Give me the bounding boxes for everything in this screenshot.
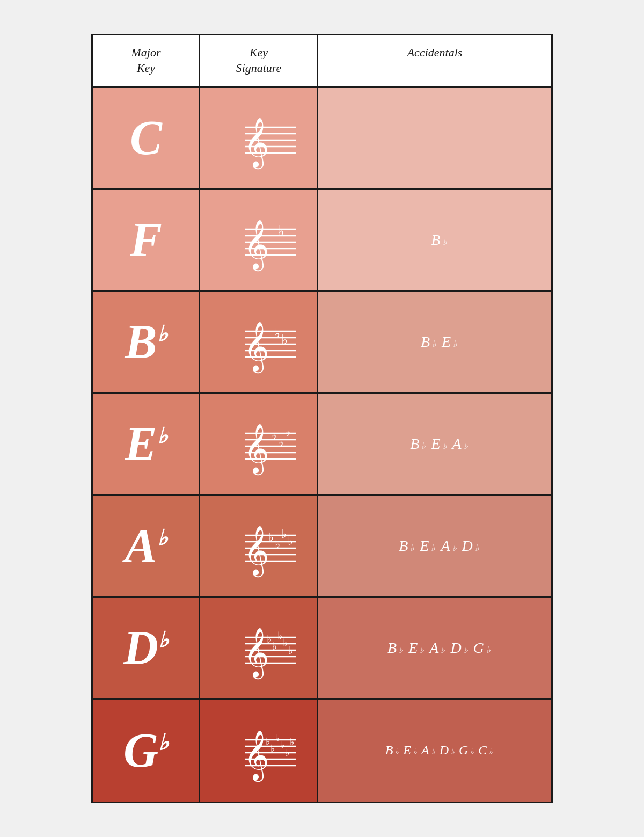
key-label-C: C <box>130 114 162 162</box>
svg-text:♭: ♭ <box>277 630 282 642</box>
accidentals-cell-Db: B♭ E♭ A♭ D♭ G♭ <box>318 598 551 698</box>
staff-svg-Eb: 𝄞 ♭ ♭ ♭ <box>216 409 302 479</box>
key-label-Db: D♭ <box>123 624 169 672</box>
svg-text:♭: ♭ <box>280 740 284 751</box>
svg-text:♭: ♭ <box>272 640 277 652</box>
svg-text:♭: ♭ <box>268 530 274 544</box>
key-label-Gb: G♭ <box>123 726 169 775</box>
svg-text:𝄞: 𝄞 <box>244 628 269 680</box>
accidentals-text-Db: B♭ E♭ A♭ D♭ G♭ <box>377 639 493 657</box>
svg-text:♭: ♭ <box>288 534 293 548</box>
key-cell-F: F <box>93 190 200 290</box>
table-row: D♭ 𝄞 ♭ ♭ ♭ ♭ ♭ B♭ E♭ A♭ D♭ <box>93 598 551 700</box>
staff-cell-Eb: 𝄞 ♭ ♭ ♭ <box>200 394 318 494</box>
svg-text:♭: ♭ <box>274 326 280 341</box>
staff-cell-F: 𝄞 ♭ <box>200 190 318 290</box>
header-accidentals: Accidentals <box>318 35 551 85</box>
table-header: Major Key Key Signature Accidentals <box>93 35 551 87</box>
accidentals-text-Gb: B♭ E♭ A♭ D♭ G♭ C♭ <box>375 743 495 758</box>
svg-text:♭: ♭ <box>275 733 280 744</box>
svg-text:𝄞: 𝄞 <box>244 118 269 170</box>
svg-text:𝄞: 𝄞 <box>244 220 269 272</box>
accidentals-text-Bb: B♭ E♭ <box>410 333 459 351</box>
table-row: B♭ 𝄞 ♭ ♭ B♭ E♭ <box>93 292 551 394</box>
svg-text:♭: ♭ <box>267 633 272 645</box>
svg-text:♭: ♭ <box>281 332 288 348</box>
table-row: C 𝄞 <box>93 88 551 190</box>
svg-text:♭: ♭ <box>285 747 289 758</box>
accidentals-text-F: B♭ <box>420 231 449 249</box>
header-key-signature: Key Signature <box>200 35 318 85</box>
key-cell-C: C <box>93 88 200 188</box>
music-key-table: Major Key Key Signature Accidentals C 𝄞 <box>91 34 553 803</box>
staff-svg-C: 𝄞 <box>216 103 302 173</box>
staff-cell-Ab: 𝄞 ♭ ♭ ♭ ♭ <box>200 496 318 596</box>
svg-text:♭: ♭ <box>270 428 277 442</box>
key-cell-Bb: B♭ <box>93 292 200 392</box>
staff-svg-Bb: 𝄞 ♭ ♭ <box>216 307 302 377</box>
accidentals-cell-Ab: B♭ E♭ A♭ D♭ <box>318 496 551 596</box>
table-row: A♭ 𝄞 ♭ ♭ ♭ ♭ B♭ E♭ A♭ D♭ <box>93 496 551 598</box>
svg-text:𝄞: 𝄞 <box>244 526 269 578</box>
staff-svg-F: 𝄞 ♭ <box>216 205 302 275</box>
table-row: E♭ 𝄞 ♭ ♭ ♭ B♭ E♭ A♭ <box>93 394 551 496</box>
key-cell-Db: D♭ <box>93 598 200 698</box>
svg-text:𝄞: 𝄞 <box>244 731 269 782</box>
svg-text:♭: ♭ <box>266 736 270 747</box>
key-cell-Ab: A♭ <box>93 496 200 596</box>
table-row: F 𝄞 ♭ B♭ <box>93 190 551 292</box>
svg-text:♭: ♭ <box>281 527 287 541</box>
staff-svg-Db: 𝄞 ♭ ♭ ♭ ♭ ♭ <box>216 613 302 683</box>
accidentals-cell-F: B♭ <box>318 190 551 290</box>
staff-cell-Gb: 𝄞 ♭ ♭ ♭ ♭ ♭ ♭ <box>200 700 318 802</box>
staff-cell-C: 𝄞 <box>200 88 318 188</box>
staff-svg-Ab: 𝄞 ♭ ♭ ♭ ♭ <box>216 511 302 581</box>
staff-cell-Bb: 𝄞 ♭ ♭ <box>200 292 318 392</box>
svg-text:♭: ♭ <box>277 223 284 239</box>
accidentals-cell-Eb: B♭ E♭ A♭ <box>318 394 551 494</box>
key-label-Bb: B♭ <box>125 318 167 366</box>
staff-cell-Db: 𝄞 ♭ ♭ ♭ ♭ ♭ <box>200 598 318 698</box>
svg-text:♭: ♭ <box>275 537 280 551</box>
accidentals-cell-Bb: B♭ E♭ <box>318 292 551 392</box>
svg-text:♭: ♭ <box>284 425 291 439</box>
accidentals-text-Eb: B♭ E♭ A♭ <box>399 435 470 453</box>
key-label-Ab: A♭ <box>125 522 167 570</box>
svg-text:♭: ♭ <box>277 435 284 449</box>
key-cell-Gb: G♭ <box>93 700 200 802</box>
svg-text:♭: ♭ <box>283 637 288 649</box>
accidentals-cell-C <box>318 88 551 188</box>
key-label-Eb: E♭ <box>125 420 167 468</box>
accidentals-text-Ab: B♭ E♭ A♭ D♭ <box>388 537 481 555</box>
svg-text:𝄞: 𝄞 <box>244 322 269 374</box>
table-row: G♭ 𝄞 ♭ ♭ ♭ ♭ ♭ ♭ B♭ E♭ A♭ <box>93 700 551 802</box>
svg-text:♭: ♭ <box>290 737 294 747</box>
key-label-F: F <box>130 216 162 264</box>
svg-text:♭: ♭ <box>270 743 275 754</box>
header-major-key: Major Key <box>93 35 200 85</box>
accidentals-cell-Gb: B♭ E♭ A♭ D♭ G♭ C♭ <box>318 700 551 802</box>
svg-text:♭: ♭ <box>288 644 293 656</box>
key-cell-Eb: E♭ <box>93 394 200 494</box>
svg-text:𝄞: 𝄞 <box>244 424 269 476</box>
staff-svg-Gb: 𝄞 ♭ ♭ ♭ ♭ ♭ ♭ <box>216 716 302 785</box>
